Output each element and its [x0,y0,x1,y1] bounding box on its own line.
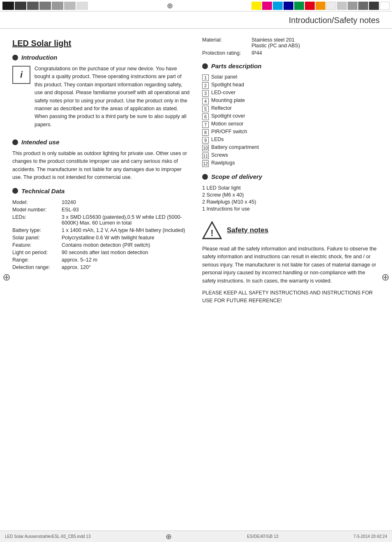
tech-label: Solar panel: [12,234,62,241]
tech-table-row: Battery type:1 x 1400 mAh, 1.2 V, AA typ… [12,227,190,234]
technical-data-heading: Technical Data [12,188,190,195]
tech-value: ESL-93 [62,206,190,213]
spec-table-row: Material:Stainless steel 201 Plastic (PC… [202,36,380,49]
safety-body2: PLEASE KEEP ALL SAFETY INSTRUCTIONS AND … [202,289,380,305]
delivery-list-item: 1 LED Solar light [202,184,380,191]
footer-crosshair: ⊕ [166,532,172,541]
tech-label: Range: [12,256,62,264]
intended-use-heading: Intended use [12,139,190,146]
parts-title: Parts description [211,63,262,69]
scope-bullet [202,174,208,180]
left-crosshair: ⊕ [2,271,11,283]
part-label: Mounting plate [211,97,245,103]
right-color-swatches [249,0,392,11]
parts-list-item: 10Battery compartment [202,144,380,152]
intended-use-title: Intended use [21,139,60,146]
left-color-swatches [0,0,90,11]
part-label: Rawlplugs [211,160,235,166]
tech-label: Model: [12,199,62,206]
parts-list-item: 12Rawlplugs [202,160,380,167]
parts-list-item: 3LED-cover [202,89,380,97]
tech-table-row: Feature:Contains motion detection (PIR s… [12,241,190,249]
tech-value: Contains motion detection (PIR switch) [62,241,190,249]
top-color-bar: ⊕ [0,0,392,12]
left-column: LED Solar light Introduction i Congratul… [12,36,190,309]
intro-title: Introduction [21,54,57,61]
part-label: LEDs [211,137,224,142]
delivery-list-item: 1 Instructions for use [202,205,380,212]
part-number: 2 [202,82,209,89]
part-label: Reflector [211,105,232,111]
parts-list-item: 11Screws [202,152,380,160]
tech-table-row: Detection range:approx. 120° [12,264,190,271]
content-area: LED Solar light Introduction i Congratul… [0,29,392,317]
safety-warning-icon: ! [202,220,222,240]
safety-body1: Please read all the safety information a… [202,245,380,285]
intro-body: Congratulations on the purchase of your … [35,65,190,129]
tech-table-row: Light on period:90 seconds after last mo… [12,249,190,256]
tech-data-bullet [12,188,18,194]
parts-list-item: 7Motion sensor [202,120,380,128]
introduction-heading: Introduction [12,54,190,61]
part-label: Screws [211,152,228,158]
tech-label: Light on period: [12,249,62,256]
tech-table-row: Model:10240 [12,199,190,206]
part-number: 12 [202,160,209,167]
spec-table-row: Protection rating:IP44 [202,49,380,57]
tech-table-row: LEDs:3 x SMD LG5630 (patented),0.5 W whi… [12,213,190,227]
part-label: Battery compartment [211,144,259,150]
parts-list-item: 2Spotlight head [202,81,380,89]
tech-value: 3 x SMD LG5630 (patented),0.5 W white LE… [62,213,190,227]
svg-text:!: ! [210,228,213,238]
intro-bullet [12,55,18,60]
part-label: PIR/OFF switch [211,129,247,134]
tech-label: Battery type: [12,227,62,234]
spec-table: Material:Stainless steel 201 Plastic (PC… [202,36,380,57]
tech-label: Detection range: [12,264,62,271]
parts-list-item: 4Mounting plate [202,97,380,105]
parts-list-item: 1Solar panel [202,74,380,81]
tech-data-table: Model:10240Model number:ESL-93LEDs:3 x S… [12,199,190,271]
intended-use-bullet [12,139,18,145]
part-number: 1 [202,74,209,81]
parts-list-item: 5Reflector [202,105,380,113]
delivery-list-item: 2 Screw (M6 x 40) [202,191,380,198]
parts-list-item: 9LEDs [202,136,380,144]
tech-value: approx. 120° [62,264,190,271]
parts-bullet [202,63,208,69]
tech-table-row: Range:approx. 5–12 m [12,256,190,264]
part-label: Spotlight cover [211,113,245,119]
spec-value: Stainless steel 201 Plastic (PC and ABS) [251,36,380,49]
spec-label: Protection rating: [202,49,251,57]
part-number: 7 [202,121,209,128]
footer-bar: LED Solar AussenstrahlerESL-93_CB5.indd … [0,530,392,542]
footer-page-info: ES/DE/AT/GB 13 [247,534,278,539]
part-number: 11 [202,153,209,159]
part-number: 9 [202,137,209,144]
top-crosshair: ⊕ [90,0,249,11]
tech-value: approx. 5–12 m [62,256,190,264]
tech-value: Polycrystalline 0.6 W with twilight feat… [62,234,190,241]
safety-title: Safety notes [227,226,268,234]
spec-label: Material: [202,36,251,49]
safety-header: ! Safety notes [202,220,380,240]
part-number: 3 [202,90,209,97]
part-number: 6 [202,113,209,120]
page-header: Introduction/Safety notes [0,12,392,29]
delivery-list: 1 LED Solar light2 Screw (M6 x 40)2 Rawl… [202,184,380,212]
part-number: 5 [202,106,209,112]
product-title: LED Solar light [12,39,190,48]
tech-label: LEDs: [12,213,62,227]
part-label: Spotlight head [211,82,244,88]
tech-data-title: Technical Data [21,188,65,195]
intended-use-body: This product is only suitable as outdoor… [12,150,190,182]
right-column: Material:Stainless steel 201 Plastic (PC… [202,36,380,309]
part-number: 4 [202,98,209,104]
right-crosshair: ⊕ [381,271,390,283]
parts-list-item: 6Spotlight cover [202,113,380,120]
part-label: Solar panel [211,74,237,80]
footer-right-text: 7-5-2014 20:42:24 [353,534,387,539]
parts-heading: Parts description [202,63,380,69]
footer-left-text: LED Solar AussenstrahlerESL-93_CB5.indd … [5,534,90,539]
intro-info-box: i Congratulations on the purchase of you… [12,65,190,133]
